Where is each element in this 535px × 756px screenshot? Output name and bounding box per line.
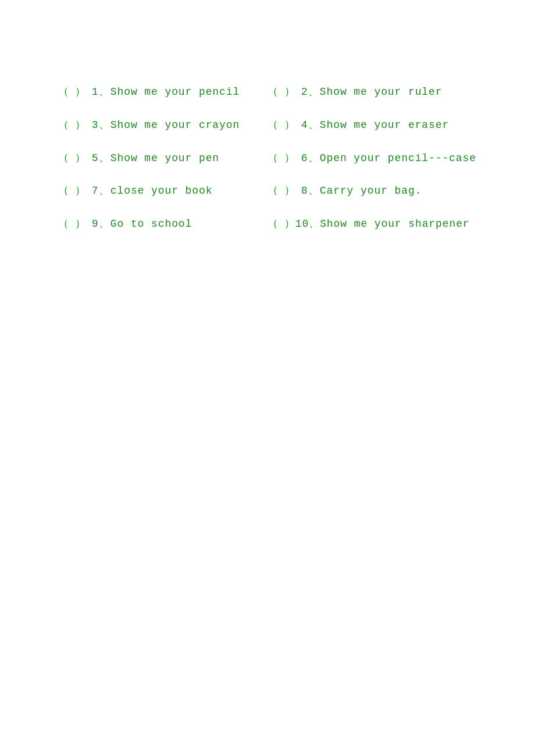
number-4: 4、: [301, 117, 320, 134]
exercise-item-10: （ ） 10、 Show me your sharpener: [268, 208, 477, 241]
exercise-item-5: （ ） 5、 Show me your pen: [58, 142, 268, 175]
number-9: 9、: [92, 216, 110, 233]
exercise-item-9: （ ） 9、 Go to school: [58, 208, 268, 241]
bracket-close-7: ）: [75, 183, 86, 199]
number-2: 2、: [301, 84, 320, 101]
bracket-open-7: （: [58, 183, 69, 199]
text-6: Open your pencil---case: [320, 150, 476, 167]
bracket-close-1: ）: [75, 84, 86, 101]
bracket-open-4: （: [268, 117, 279, 134]
exercise-item-8: （ ） 8、 Carry your bag.: [268, 174, 477, 208]
bracket-close-3: ）: [75, 117, 86, 134]
bracket-open-9: （: [58, 216, 69, 233]
bracket-open-2: （: [268, 84, 279, 101]
main-content: （ ） 1、 Show me your pencil （ ） 2、 Show m…: [0, 0, 535, 276]
bracket-close-5: ）: [75, 150, 86, 167]
number-6: 6、: [301, 150, 320, 167]
bracket-open-3: （: [58, 117, 69, 134]
bracket-close-8: ）: [284, 183, 295, 199]
exercise-item-3: （ ） 3、 Show me your crayon: [58, 109, 268, 142]
number-1: 1、: [92, 84, 110, 101]
bracket-open-1: （: [58, 84, 69, 101]
number-7: 7、: [92, 183, 110, 199]
text-5: Show me your pen: [110, 150, 219, 167]
text-7: close your book: [110, 183, 213, 199]
bracket-open-8: （: [268, 183, 279, 199]
text-3: Show me your crayon: [110, 117, 240, 134]
number-5: 5、: [92, 150, 110, 167]
exercise-item-6: （ ） 6、 Open your pencil---case: [268, 142, 477, 175]
exercise-item-4: （ ） 4、 Show me your eraser: [268, 109, 477, 142]
exercise-item-2: （ ） 2、 Show me your ruler: [268, 76, 477, 109]
text-10: Show me your sharpener: [320, 216, 469, 233]
text-8: Carry your bag.: [320, 183, 422, 199]
bracket-close-9: ）: [75, 216, 86, 233]
bracket-close-6: ）: [284, 150, 295, 167]
number-10: 10、: [295, 216, 320, 233]
bracket-close-4: ）: [284, 117, 295, 134]
bracket-open-5: （: [58, 150, 69, 167]
text-4: Show me your eraser: [320, 117, 449, 134]
exercise-item-7: （ ） 7、 close your book: [58, 174, 268, 208]
text-1: Show me your pencil: [110, 84, 240, 101]
exercise-grid: （ ） 1、 Show me your pencil （ ） 2、 Show m…: [58, 76, 477, 241]
number-3: 3、: [92, 117, 110, 134]
text-9: Go to school: [110, 216, 192, 233]
bracket-close-10: ）: [284, 216, 295, 233]
exercise-item-1: （ ） 1、 Show me your pencil: [58, 76, 268, 109]
text-2: Show me your ruler: [320, 84, 443, 101]
bracket-open-10: （: [268, 216, 279, 233]
bracket-open-6: （: [268, 150, 279, 167]
bracket-close-2: ）: [284, 84, 295, 101]
number-8: 8、: [301, 183, 320, 199]
